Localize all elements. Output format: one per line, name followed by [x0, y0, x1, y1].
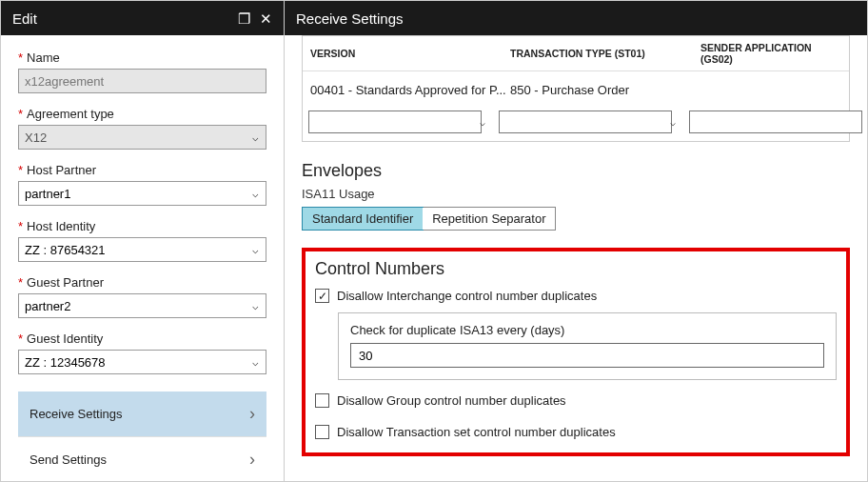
right-title: Receive Settings: [296, 10, 404, 27]
toggle-standard-identifier[interactable]: Standard Identifier: [302, 207, 424, 231]
host-identity-label: *Host Identity: [18, 219, 266, 233]
name-label: *Name: [18, 50, 266, 65]
isa13-days-input[interactable]: [350, 343, 824, 368]
label-disallow-group: Disallow Group control number duplicates: [337, 393, 566, 408]
checkbox-disallow-group[interactable]: [315, 393, 329, 408]
label-disallow-transaction: Disallow Transaction set control number …: [337, 425, 616, 439]
nav-send-settings[interactable]: Send Settings ›: [18, 437, 266, 481]
schema-table: VERSION TRANSACTION TYPE (ST01) SENDER A…: [302, 35, 850, 142]
host-partner-select[interactable]: [18, 181, 266, 206]
nav-item-label: Receive Settings: [30, 407, 123, 421]
left-title: Edit: [12, 10, 37, 27]
agreement-type-select[interactable]: [18, 125, 266, 150]
isa11-toggle: Standard Identifier Repetition Separator: [302, 207, 556, 231]
close-icon[interactable]: ✕: [260, 11, 272, 26]
nav-receive-settings[interactable]: Receive Settings ›: [18, 392, 266, 437]
checkbox-disallow-transaction[interactable]: [315, 425, 329, 439]
toggle-repetition-separator[interactable]: Repetition Separator: [423, 208, 555, 230]
left-header: Edit ❐ ✕: [1, 1, 284, 35]
right-header: Receive Settings: [285, 1, 867, 35]
restore-icon[interactable]: ❐: [238, 11, 250, 26]
table-row: 00401 - Standards Approved for P... 850 …: [303, 71, 849, 107]
guest-partner-label: *Guest Partner: [18, 275, 266, 290]
nav-item-label: Send Settings: [30, 452, 107, 467]
guest-partner-select[interactable]: [18, 293, 266, 318]
sender-app-input[interactable]: [689, 110, 862, 133]
version-select[interactable]: [308, 110, 482, 133]
chevron-right-icon: ›: [249, 404, 255, 424]
transaction-type-select[interactable]: [499, 110, 672, 133]
name-input[interactable]: [18, 69, 266, 93]
host-partner-label: *Host Partner: [18, 163, 266, 177]
guest-identity-label: *Guest Identity: [18, 331, 266, 346]
checkbox-disallow-interchange[interactable]: ✓: [315, 289, 329, 303]
col-version: VERSION: [310, 48, 510, 59]
chevron-right-icon: ›: [249, 450, 255, 470]
col-sender-app: SENDER APPLICATION (GS02): [700, 42, 841, 65]
envelopes-heading: Envelopes: [302, 161, 850, 181]
isa11-usage-label: ISA11 Usage: [302, 187, 850, 201]
control-numbers-heading: Control Numbers: [315, 259, 837, 279]
cell-version: 00401 - Standards Approved for P...: [310, 83, 510, 97]
guest-identity-select[interactable]: [18, 350, 266, 374]
col-transaction-type: TRANSACTION TYPE (ST01): [510, 48, 700, 59]
cell-transaction-type: 850 - Purchase Order: [510, 83, 700, 97]
label-disallow-interchange: Disallow Interchange control number dupl…: [337, 289, 597, 303]
isa13-days-label: Check for duplicate ISA13 every (days): [350, 323, 824, 337]
agreement-type-label: *Agreement type: [18, 107, 266, 121]
host-identity-select[interactable]: [18, 237, 266, 262]
control-numbers-highlight: Control Numbers ✓ Disallow Interchange c…: [302, 248, 850, 456]
isa13-days-block: Check for duplicate ISA13 every (days): [338, 312, 837, 380]
